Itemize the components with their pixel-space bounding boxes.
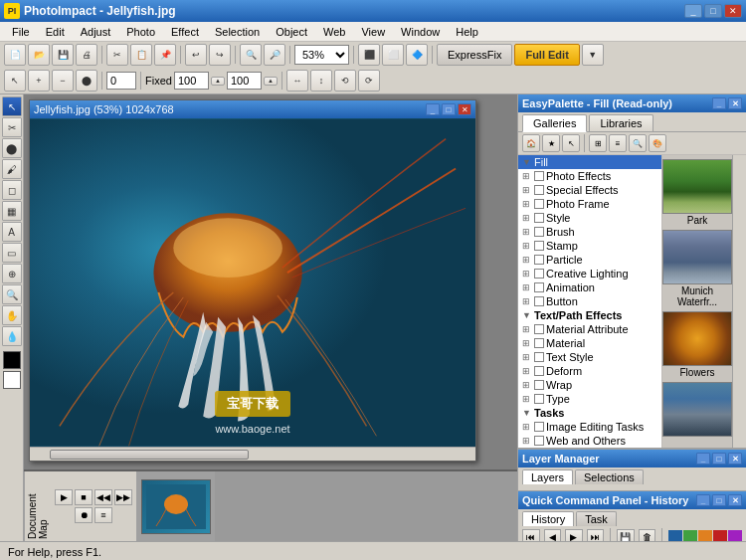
ep-zoom-btn[interactable]: 🔍 xyxy=(629,134,647,152)
express-fix-button[interactable]: ExpressFix xyxy=(437,44,512,66)
menu-photo[interactable]: Photo xyxy=(118,24,163,40)
menu-view[interactable]: View xyxy=(353,24,393,40)
ep-close[interactable]: ✕ xyxy=(728,97,742,109)
minus-tool[interactable]: − xyxy=(52,70,74,92)
cb-brush[interactable] xyxy=(534,227,544,237)
tab-selections[interactable]: Selections xyxy=(575,469,644,484)
doc-map-label[interactable]: Document Map xyxy=(24,471,51,541)
cb-img-editing[interactable] xyxy=(534,422,544,432)
color-strip-4[interactable] xyxy=(713,530,727,541)
tree-item-wrap[interactable]: ⊞ Wrap xyxy=(518,378,661,392)
next-button[interactable]: ▶▶ xyxy=(114,489,132,505)
cb-style[interactable] xyxy=(534,213,544,223)
tab-galleries[interactable]: Galleries xyxy=(522,114,587,132)
tb-btn-a[interactable]: ⬛ xyxy=(358,44,380,66)
paste-button[interactable]: 📌 xyxy=(154,44,176,66)
tab-task[interactable]: Task xyxy=(576,511,617,526)
select-tool[interactable]: ↖ xyxy=(4,70,26,92)
tb-btn-b[interactable]: ⬜ xyxy=(382,44,404,66)
transform-btn3[interactable]: ⟲ xyxy=(334,70,356,92)
cb-wrap[interactable] xyxy=(534,380,544,390)
cb-deform[interactable] xyxy=(534,366,544,376)
circle-tool[interactable]: ⬤ xyxy=(76,70,97,92)
tree-item-text-style[interactable]: ⊞ Text Style xyxy=(518,350,661,364)
thumb-strip-item-jellyfish[interactable] xyxy=(141,479,211,534)
ep-star-btn[interactable]: ★ xyxy=(542,134,560,152)
color-strip-3[interactable] xyxy=(698,530,712,541)
tree-item-button[interactable]: ⊞ Button xyxy=(518,294,661,308)
layer-minimize[interactable]: _ xyxy=(696,453,710,465)
tree-item-particle[interactable]: ⊞ Particle xyxy=(518,253,661,267)
cb-material-attr[interactable] xyxy=(534,324,544,334)
history-play[interactable]: ⏮ xyxy=(522,529,540,541)
print-button[interactable]: 🖨 xyxy=(76,44,97,66)
cb-photo-effects[interactable] xyxy=(534,171,544,181)
height-spin-up[interactable]: ▲ xyxy=(264,77,278,86)
tree-item-material-attr[interactable]: ⊞ Material Attribute xyxy=(518,322,661,336)
record-button[interactable]: ⏺ xyxy=(75,507,93,523)
open-button[interactable]: 📂 xyxy=(28,44,50,66)
angle-input[interactable] xyxy=(106,72,136,90)
tree-item-type[interactable]: ⊞ Type xyxy=(518,392,661,406)
lasso-tool[interactable]: ⬤ xyxy=(2,138,22,158)
doc-hscroll[interactable] xyxy=(30,447,475,461)
history-controls[interactable]: _ □ ✕ xyxy=(696,494,742,506)
save-button[interactable]: 💾 xyxy=(52,44,74,66)
background-color[interactable] xyxy=(3,371,21,389)
history-save[interactable]: 💾 xyxy=(617,529,635,541)
ep-vscroll[interactable] xyxy=(732,155,746,448)
doc-close[interactable]: ✕ xyxy=(458,103,471,115)
menu-object[interactable]: Object xyxy=(268,24,315,40)
cut-button[interactable]: ✂ xyxy=(106,44,128,66)
shape-tool[interactable]: ▭ xyxy=(2,243,22,263)
history-next[interactable]: ▶ xyxy=(565,529,583,541)
undo-button[interactable]: ↩ xyxy=(185,44,207,66)
tree-item-special-effects[interactable]: ⊞ Special Effects xyxy=(518,183,661,197)
expand-button[interactable]: ▼ xyxy=(582,44,604,66)
tree-item-style[interactable]: ⊞ Style xyxy=(518,211,661,225)
foreground-color[interactable] xyxy=(3,351,21,369)
thumb-flowers[interactable]: Flowers xyxy=(662,311,732,378)
pointer-tool[interactable]: ↖ xyxy=(2,96,22,116)
layer-close[interactable]: ✕ xyxy=(728,453,742,465)
tab-libraries[interactable]: Libraries xyxy=(589,114,653,131)
ep-cursor-btn[interactable]: ↖ xyxy=(562,134,580,152)
zoom-out-button[interactable]: 🔎 xyxy=(264,44,285,66)
zoom-tool[interactable]: 🔍 xyxy=(2,284,22,304)
menu-selection[interactable]: Selection xyxy=(207,24,268,40)
cb-web-others[interactable] xyxy=(534,436,544,446)
transform-btn4[interactable]: ⟳ xyxy=(358,70,380,92)
tree-item-animation[interactable]: ⊞ Animation xyxy=(518,280,661,294)
menu-edit[interactable]: Edit xyxy=(38,24,73,40)
close-button[interactable]: ✕ xyxy=(724,4,742,18)
layer-expand[interactable]: □ xyxy=(712,453,726,465)
copy-button[interactable]: 📋 xyxy=(130,44,152,66)
zoom-in-button[interactable]: 🔍 xyxy=(240,44,262,66)
zoom-select[interactable]: 53% xyxy=(294,45,349,65)
eyedropper-tool[interactable]: 💧 xyxy=(2,326,22,346)
color-strip-2[interactable] xyxy=(683,530,697,541)
transform-btn2[interactable]: ↕ xyxy=(310,70,332,92)
doc-minimize[interactable]: _ xyxy=(426,103,440,115)
cb-material[interactable] xyxy=(534,338,544,348)
full-edit-button[interactable]: Full Edit xyxy=(514,44,579,66)
ep-list-btn[interactable]: ≡ xyxy=(609,134,627,152)
layer-controls[interactable]: _ □ ✕ xyxy=(696,453,742,465)
history-close[interactable]: ✕ xyxy=(728,494,742,506)
history-end[interactable]: ⏭ xyxy=(587,529,605,541)
cb-photo-frame[interactable] xyxy=(534,199,544,209)
width-input[interactable] xyxy=(174,72,209,90)
menu-help[interactable]: Help xyxy=(448,24,486,40)
history-expand[interactable]: □ xyxy=(712,494,726,506)
hscroll-thumb[interactable] xyxy=(50,450,249,460)
transform-btn1[interactable]: ↔ xyxy=(286,70,308,92)
crop-tool[interactable]: ✂ xyxy=(2,117,22,137)
tree-item-material[interactable]: ⊞ Material xyxy=(518,336,661,350)
document-controls[interactable]: _ □ ✕ xyxy=(426,103,471,115)
tree-item-photo-frame[interactable]: ⊞ Photo Frame xyxy=(518,197,661,211)
thumb-waterfall[interactable] xyxy=(662,382,732,437)
color-strip-1[interactable] xyxy=(668,530,682,541)
cb-type[interactable] xyxy=(534,394,544,404)
prev-button[interactable]: ◀◀ xyxy=(94,489,112,505)
tb-btn-c[interactable]: 🔷 xyxy=(406,44,428,66)
